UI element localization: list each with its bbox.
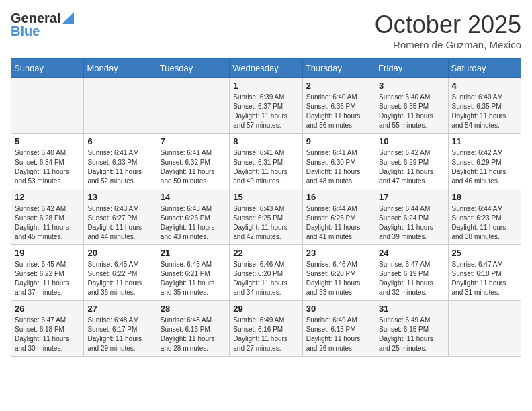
calendar-cell: 20Sunrise: 6:45 AM Sunset: 6:22 PM Dayli…: [84, 245, 157, 301]
calendar-cell: 27Sunrise: 6:48 AM Sunset: 6:17 PM Dayli…: [84, 301, 157, 357]
day-info: Sunrise: 6:47 AM Sunset: 6:18 PM Dayligh…: [452, 260, 517, 298]
day-number: 9: [306, 136, 371, 146]
col-header-tuesday: Tuesday: [157, 59, 229, 78]
day-number: 4: [452, 81, 517, 91]
calendar-week-5: 26Sunrise: 6:47 AM Sunset: 6:18 PM Dayli…: [11, 301, 521, 357]
calendar-cell: 1Sunrise: 6:39 AM Sunset: 6:37 PM Daylig…: [230, 78, 302, 134]
calendar-cell: 21Sunrise: 6:45 AM Sunset: 6:21 PM Dayli…: [157, 245, 229, 301]
calendar-week-4: 19Sunrise: 6:45 AM Sunset: 6:22 PM Dayli…: [11, 245, 521, 301]
day-number: 10: [379, 136, 444, 146]
month-title: October 2025: [375, 11, 521, 39]
day-info: Sunrise: 6:43 AM Sunset: 6:27 PM Dayligh…: [87, 204, 152, 242]
col-header-thursday: Thursday: [302, 59, 375, 78]
calendar-cell: 11Sunrise: 6:42 AM Sunset: 6:29 PM Dayli…: [448, 134, 521, 189]
day-number: 6: [87, 136, 152, 146]
page-header: General Blue October 2025 Romero de Guzm…: [11, 11, 521, 50]
calendar-cell: 9Sunrise: 6:41 AM Sunset: 6:30 PM Daylig…: [302, 134, 375, 189]
day-number: 13: [87, 192, 152, 202]
calendar-cell: 7Sunrise: 6:41 AM Sunset: 6:32 PM Daylig…: [157, 134, 229, 189]
calendar-header-row: SundayMondayTuesdayWednesdayThursdayFrid…: [11, 59, 521, 78]
calendar-week-1: 1Sunrise: 6:39 AM Sunset: 6:37 PM Daylig…: [11, 78, 521, 134]
day-info: Sunrise: 6:44 AM Sunset: 6:23 PM Dayligh…: [452, 204, 517, 242]
day-info: Sunrise: 6:49 AM Sunset: 6:16 PM Dayligh…: [233, 316, 298, 353]
day-number: 14: [161, 192, 226, 202]
svg-marker-0: [62, 12, 74, 24]
day-info: Sunrise: 6:40 AM Sunset: 6:36 PM Dayligh…: [306, 93, 371, 130]
day-info: Sunrise: 6:48 AM Sunset: 6:16 PM Dayligh…: [161, 316, 226, 353]
day-number: 5: [15, 136, 80, 146]
day-number: 11: [452, 136, 517, 146]
day-number: 18: [452, 192, 517, 202]
day-number: 3: [379, 81, 444, 91]
calendar-cell: 28Sunrise: 6:48 AM Sunset: 6:16 PM Dayli…: [157, 301, 229, 357]
day-number: 26: [15, 304, 80, 314]
calendar-cell: 17Sunrise: 6:44 AM Sunset: 6:24 PM Dayli…: [375, 189, 448, 245]
day-info: Sunrise: 6:43 AM Sunset: 6:26 PM Dayligh…: [161, 204, 226, 242]
calendar-cell: 31Sunrise: 6:49 AM Sunset: 6:15 PM Dayli…: [375, 301, 448, 357]
day-info: Sunrise: 6:45 AM Sunset: 6:21 PM Dayligh…: [161, 260, 226, 298]
day-info: Sunrise: 6:40 AM Sunset: 6:35 PM Dayligh…: [379, 93, 444, 130]
day-info: Sunrise: 6:45 AM Sunset: 6:22 PM Dayligh…: [15, 260, 80, 298]
col-header-wednesday: Wednesday: [230, 59, 302, 78]
calendar-week-3: 12Sunrise: 6:42 AM Sunset: 6:28 PM Dayli…: [11, 189, 521, 245]
day-info: Sunrise: 6:41 AM Sunset: 6:31 PM Dayligh…: [233, 148, 298, 186]
day-number: 27: [87, 304, 152, 314]
day-info: Sunrise: 6:42 AM Sunset: 6:28 PM Dayligh…: [15, 204, 80, 242]
day-number: 16: [306, 192, 371, 202]
day-number: 1: [233, 81, 298, 91]
day-info: Sunrise: 6:46 AM Sunset: 6:20 PM Dayligh…: [306, 260, 371, 298]
calendar-cell: 25Sunrise: 6:47 AM Sunset: 6:18 PM Dayli…: [448, 245, 521, 301]
calendar-cell: 18Sunrise: 6:44 AM Sunset: 6:23 PM Dayli…: [448, 189, 521, 245]
calendar-cell: 4Sunrise: 6:40 AM Sunset: 6:35 PM Daylig…: [448, 78, 521, 134]
day-info: Sunrise: 6:43 AM Sunset: 6:25 PM Dayligh…: [233, 204, 298, 242]
location-title: Romero de Guzman, Mexico: [375, 39, 521, 50]
calendar-cell: 29Sunrise: 6:49 AM Sunset: 6:16 PM Dayli…: [230, 301, 302, 357]
day-info: Sunrise: 6:40 AM Sunset: 6:35 PM Dayligh…: [452, 93, 517, 130]
calendar-cell: 19Sunrise: 6:45 AM Sunset: 6:22 PM Dayli…: [11, 245, 84, 301]
day-number: 25: [452, 248, 517, 258]
calendar-cell: 10Sunrise: 6:42 AM Sunset: 6:29 PM Dayli…: [375, 134, 448, 189]
day-number: 19: [15, 248, 80, 258]
day-number: 17: [379, 192, 444, 202]
calendar-cell: 13Sunrise: 6:43 AM Sunset: 6:27 PM Dayli…: [84, 189, 157, 245]
day-info: Sunrise: 6:42 AM Sunset: 6:29 PM Dayligh…: [452, 148, 517, 186]
logo-triangle-icon: [62, 12, 74, 24]
calendar-cell: 30Sunrise: 6:49 AM Sunset: 6:15 PM Dayli…: [302, 301, 375, 357]
calendar-cell: 14Sunrise: 6:43 AM Sunset: 6:26 PM Dayli…: [157, 189, 229, 245]
calendar-cell: 6Sunrise: 6:41 AM Sunset: 6:33 PM Daylig…: [84, 134, 157, 189]
day-number: 23: [306, 248, 371, 258]
col-header-monday: Monday: [84, 59, 157, 78]
day-info: Sunrise: 6:40 AM Sunset: 6:34 PM Dayligh…: [15, 148, 80, 186]
calendar-cell: 22Sunrise: 6:46 AM Sunset: 6:20 PM Dayli…: [230, 245, 302, 301]
day-info: Sunrise: 6:46 AM Sunset: 6:20 PM Dayligh…: [233, 260, 298, 298]
day-info: Sunrise: 6:47 AM Sunset: 6:18 PM Dayligh…: [15, 316, 80, 353]
day-info: Sunrise: 6:39 AM Sunset: 6:37 PM Dayligh…: [233, 93, 298, 130]
day-number: 30: [306, 304, 371, 314]
day-info: Sunrise: 6:41 AM Sunset: 6:33 PM Dayligh…: [87, 148, 152, 186]
calendar-cell: [157, 78, 229, 134]
day-number: 21: [161, 248, 226, 258]
col-header-saturday: Saturday: [448, 59, 521, 78]
calendar-table: SundayMondayTuesdayWednesdayThursdayFrid…: [11, 58, 521, 357]
calendar-cell: 3Sunrise: 6:40 AM Sunset: 6:35 PM Daylig…: [375, 78, 448, 134]
calendar-cell: 15Sunrise: 6:43 AM Sunset: 6:25 PM Dayli…: [230, 189, 302, 245]
calendar-week-2: 5Sunrise: 6:40 AM Sunset: 6:34 PM Daylig…: [11, 134, 521, 189]
day-info: Sunrise: 6:47 AM Sunset: 6:19 PM Dayligh…: [379, 260, 444, 298]
day-info: Sunrise: 6:44 AM Sunset: 6:25 PM Dayligh…: [306, 204, 371, 242]
day-number: 20: [87, 248, 152, 258]
calendar-cell: 23Sunrise: 6:46 AM Sunset: 6:20 PM Dayli…: [302, 245, 375, 301]
day-number: 2: [306, 81, 371, 91]
day-number: 12: [15, 192, 80, 202]
day-number: 31: [379, 304, 444, 314]
calendar-cell: 12Sunrise: 6:42 AM Sunset: 6:28 PM Dayli…: [11, 189, 84, 245]
day-info: Sunrise: 6:49 AM Sunset: 6:15 PM Dayligh…: [306, 316, 371, 353]
day-info: Sunrise: 6:41 AM Sunset: 6:32 PM Dayligh…: [161, 148, 226, 186]
day-number: 28: [161, 304, 226, 314]
day-number: 29: [233, 304, 298, 314]
calendar-cell: [11, 78, 84, 134]
calendar-cell: 2Sunrise: 6:40 AM Sunset: 6:36 PM Daylig…: [302, 78, 375, 134]
day-info: Sunrise: 6:44 AM Sunset: 6:24 PM Dayligh…: [379, 204, 444, 242]
title-block: October 2025 Romero de Guzman, Mexico: [375, 11, 521, 50]
day-info: Sunrise: 6:45 AM Sunset: 6:22 PM Dayligh…: [87, 260, 152, 298]
day-number: 7: [161, 136, 226, 146]
